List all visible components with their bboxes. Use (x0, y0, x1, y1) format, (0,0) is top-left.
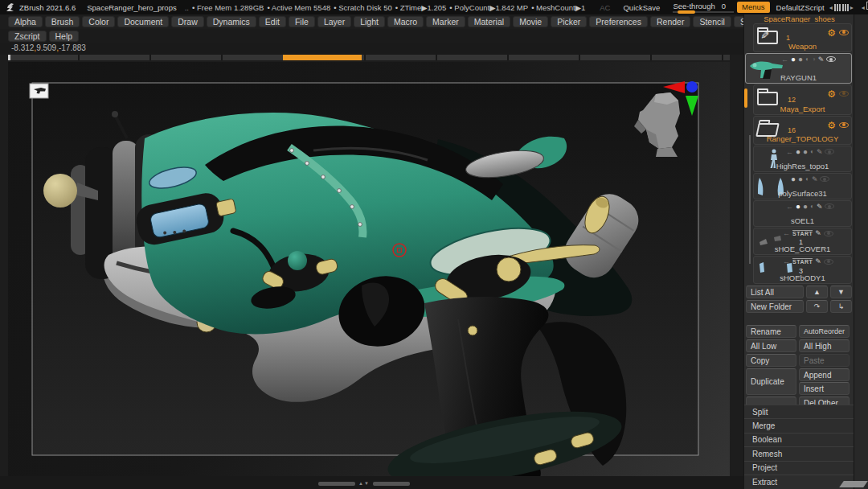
goto-arrow-icon[interactable]: ← (783, 257, 790, 265)
subtool-section-row[interactable]: Remesh (744, 446, 854, 460)
half-visibility-icon[interactable]: ◐ (805, 55, 809, 63)
slider-bars-icon[interactable] (842, 4, 849, 11)
default-zscript-button[interactable]: DefaultZScript (776, 3, 825, 12)
subtool-section-row[interactable]: Extract (744, 475, 854, 488)
move-down-button[interactable]: ▼ (830, 286, 852, 298)
bottom-tray-handle[interactable]: ▲▼ (318, 481, 410, 486)
half-visibility-icon[interactable]: ◐ (805, 175, 809, 183)
polypaint-off-icon[interactable]: ● (803, 202, 808, 211)
eye-icon[interactable] (820, 176, 829, 182)
subtool-item-cropped[interactable]: SpaceRanger_shoes (746, 14, 853, 23)
insert-button[interactable]: Insert (799, 382, 850, 395)
all-low-button[interactable]: All Low (746, 339, 796, 352)
polypaint-off-icon[interactable]: ● (798, 55, 803, 64)
right-tray-edge[interactable] (854, 14, 868, 489)
eye-icon[interactable] (824, 231, 833, 236)
copy-button[interactable]: Copy (746, 354, 796, 367)
paste-button[interactable]: Paste (799, 354, 850, 367)
goto-arrow-icon[interactable]: ← (783, 229, 790, 237)
subtool-item-highres-topo1[interactable]: ← ● ● ◐ ✎ HighRes_topo1 (753, 146, 852, 172)
axis-z-icon[interactable] (686, 81, 698, 92)
eye-icon[interactable] (825, 149, 834, 154)
menu-button[interactable]: Stencil (693, 16, 731, 27)
menu-button[interactable]: Material (468, 16, 510, 27)
menu-button[interactable]: Zscript (8, 31, 47, 42)
menu-button[interactable]: Picker (551, 16, 587, 27)
menu-button[interactable]: Brush (45, 16, 80, 27)
tray-handle-bar[interactable] (318, 482, 355, 486)
gear-icon[interactable] (827, 86, 836, 101)
tray-arrows-icon[interactable]: ▲▼ (358, 481, 370, 486)
tray-handle-bar[interactable] (373, 482, 410, 486)
polypaint-on-icon[interactable]: ● (796, 202, 800, 211)
prev-arrow-icon[interactable]: ◂ (829, 4, 833, 11)
gear-icon[interactable] (827, 117, 836, 132)
half-visibility-icon[interactable]: ◐ (810, 148, 814, 155)
menu-button[interactable]: Edit (259, 16, 286, 27)
goto-arrow-icon[interactable]: ← (786, 148, 793, 156)
edit-pencil-icon[interactable]: ✎ (812, 175, 818, 183)
edit-pencil-icon[interactable]: ✎ (817, 203, 823, 211)
menu-button[interactable]: Draw (171, 16, 204, 27)
timeline-active-segment[interactable] (283, 55, 362, 60)
append-button[interactable]: Append (799, 368, 850, 381)
polypaint-on-icon[interactable]: ● (791, 55, 796, 64)
next-arrow-icon[interactable]: ▸ (850, 4, 854, 11)
eye-icon[interactable] (839, 91, 849, 97)
menu-button[interactable]: Alpha (8, 16, 43, 27)
menu-button[interactable]: Preferences (589, 16, 648, 27)
subtool-item-polysurface31[interactable]: ● ● ◐ ✎ polySurface31 (753, 173, 852, 199)
menu-button[interactable]: Movie (513, 16, 548, 27)
subtool-item-raygun1-selected[interactable]: ← ● ● ◐ ◑ ✎ RAYGUN1 (745, 53, 852, 84)
subtool-section-row[interactable]: Project (744, 461, 854, 475)
eye-icon[interactable] (825, 203, 834, 209)
subtool-item-shoebody1[interactable]: ← START ✎ 3 sHOEbODY1 (753, 256, 852, 284)
slider-bars-icon[interactable] (834, 4, 841, 11)
goto-arrow-icon[interactable]: ← (786, 203, 793, 211)
new-folder-button[interactable]: New Folder (746, 300, 804, 313)
subtool-folder-maya-export[interactable]: 12 Maya_Export (753, 84, 852, 115)
tool-preview-box[interactable] (30, 84, 48, 98)
duplicate-button[interactable]: Duplicate (746, 368, 796, 395)
edit-pencil-icon[interactable]: ✎ (815, 257, 821, 265)
prev-arrow-icon[interactable]: ◂ (862, 4, 865, 11)
list-all-button[interactable]: List All (746, 286, 804, 298)
polypaint-off-icon[interactable]: ● (798, 175, 803, 183)
gear-icon[interactable] (827, 25, 836, 39)
polypaint-off-icon[interactable]: ● (803, 147, 808, 156)
corner-resize-grip[interactable] (839, 481, 868, 487)
menu-button[interactable]: Dynamics (207, 16, 256, 27)
all-high-button[interactable]: All High (799, 339, 850, 352)
eye-icon[interactable] (826, 56, 836, 62)
subtool-folder-ranger-topology[interactable]: 16 Ranger_TOPOLOGY (753, 116, 852, 145)
subtool-folder-weapon[interactable]: ✎ 1 Weapon (753, 23, 852, 52)
move-into-folder-button[interactable]: ↳ (830, 300, 852, 313)
eye-icon[interactable] (839, 122, 849, 128)
menu-button[interactable]: Macro (387, 16, 424, 27)
menu-button[interactable]: Render (650, 16, 690, 27)
menu-button[interactable]: File (289, 16, 315, 27)
subtool-section-row[interactable]: Split (744, 405, 854, 418)
subtool-section-row[interactable]: Merge (744, 418, 854, 432)
menu-button[interactable]: Help (49, 31, 80, 42)
subtool-section-row[interactable]: Boolean (744, 433, 854, 446)
move-out-folder-button[interactable]: ↷ (806, 300, 828, 313)
eye-icon[interactable] (824, 259, 833, 265)
quicksave-button[interactable]: QuickSave (623, 3, 660, 12)
menu-button[interactable]: Marker (426, 16, 465, 27)
see-through-thumb[interactable] (678, 10, 695, 14)
menu-button[interactable]: Light (354, 16, 385, 27)
see-through-slider[interactable]: See-through 0 (673, 2, 726, 13)
edit-pencil-icon[interactable]: ✎ (815, 229, 821, 237)
move-up-button[interactable]: ▲ (806, 286, 828, 298)
menu-button[interactable]: Color (82, 16, 115, 27)
rename-button[interactable]: Rename (746, 325, 796, 338)
polypaint-on-icon[interactable]: ● (796, 147, 800, 156)
autoreorder-button[interactable]: AutoReorder (799, 325, 850, 338)
subtool-item-shoe-cover1[interactable]: ← START ✎ 1 sHOE_COVER1 (753, 228, 852, 255)
goto-arrow-icon[interactable]: ← (781, 55, 788, 64)
contrast-icon[interactable]: ◑ (812, 55, 816, 63)
menus-toggle-button[interactable]: Menus (737, 2, 770, 13)
timeline-strip[interactable] (8, 55, 730, 60)
menu-button[interactable]: Document (117, 16, 169, 27)
